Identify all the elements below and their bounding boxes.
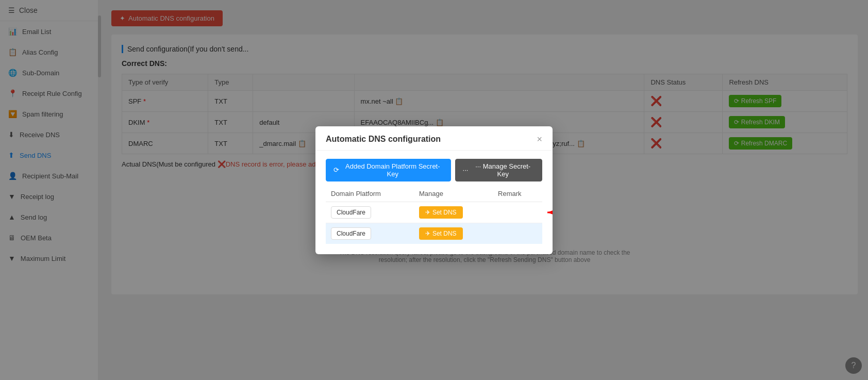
modal-dialog: Automatic DNS configuration × ⟳ Added Do… <box>315 126 553 254</box>
red-arrow-indicator <box>542 205 553 222</box>
modal-title: Automatic DNS configuration <box>326 135 441 144</box>
cloudfare-button-2[interactable]: CloudFare <box>331 227 371 240</box>
remark-1 <box>493 202 542 223</box>
dns-send-icon-2: ✈ <box>425 230 430 237</box>
dns-send-icon-1: ✈ <box>425 209 430 216</box>
tab-manage-secret-key[interactable]: ··· ··· Manage Secret-Key <box>455 159 542 181</box>
tab-added-domain[interactable]: ⟳ Added Domain Platform Secret-Key <box>326 159 451 181</box>
modal-table-wrap: Domain Platform Manage Remark CloudFare … <box>315 186 553 254</box>
set-dns-button-1[interactable]: ✈ Set DNS <box>419 206 463 219</box>
modal-close-button[interactable]: × <box>537 135 542 144</box>
modal-overlay: Automatic DNS configuration × ⟳ Added Do… <box>0 0 868 380</box>
manage-set-dns-1: ✈ Set DNS <box>414 202 493 223</box>
modal-th-remark: Remark <box>493 186 542 202</box>
sync-icon: ⟳ <box>333 166 339 174</box>
modal-th-platform: Domain Platform <box>326 186 414 202</box>
cloudfare-button-1[interactable]: CloudFare <box>331 206 371 219</box>
platform-cloudfare-1: CloudFare <box>326 202 414 223</box>
modal-table-row-highlighted: CloudFare ✈ Set DNS <box>326 223 542 244</box>
modal-header: Automatic DNS configuration × <box>315 126 553 151</box>
modal-tabs: ⟳ Added Domain Platform Secret-Key ··· ·… <box>315 151 553 186</box>
dots-icon: ··· <box>463 166 469 174</box>
manage-set-dns-2: ✈ Set DNS <box>414 223 493 244</box>
modal-table: Domain Platform Manage Remark CloudFare … <box>326 186 542 244</box>
modal-th-manage: Manage <box>414 186 493 202</box>
remark-2 <box>493 223 542 244</box>
platform-cloudfare-2: CloudFare <box>326 223 414 244</box>
set-dns-button-2[interactable]: ✈ Set DNS <box>419 227 463 240</box>
modal-table-row: CloudFare ✈ Set DNS <box>326 202 542 223</box>
